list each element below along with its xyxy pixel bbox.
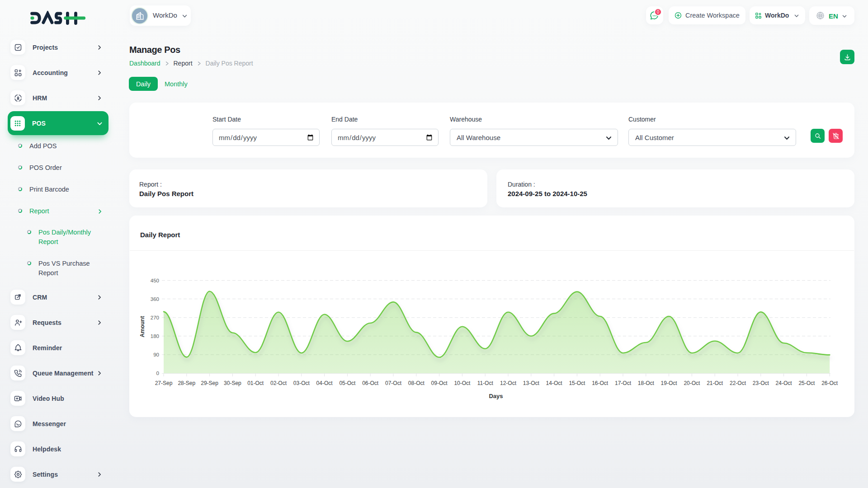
svg-text:180: 180 <box>151 333 159 339</box>
svg-text:25-Oct: 25-Oct <box>798 380 815 386</box>
svg-text:28-Sep: 28-Sep <box>178 380 195 386</box>
svg-text:450: 450 <box>151 278 159 283</box>
svg-text:22-Oct: 22-Oct <box>730 380 746 386</box>
svg-text:09-Oct: 09-Oct <box>431 380 448 386</box>
svg-text:0: 0 <box>156 371 159 376</box>
svg-text:03-Oct: 03-Oct <box>293 380 310 386</box>
svg-text:15-Oct: 15-Oct <box>569 380 585 386</box>
svg-text:20-Oct: 20-Oct <box>684 380 700 386</box>
svg-text:08-Oct: 08-Oct <box>408 380 425 386</box>
svg-text:14-Oct: 14-Oct <box>546 380 563 386</box>
svg-text:13-Oct: 13-Oct <box>523 380 540 386</box>
svg-text:06-Oct: 06-Oct <box>362 380 379 386</box>
svg-text:19-Oct: 19-Oct <box>661 380 678 386</box>
svg-text:27-Sep: 27-Sep <box>155 380 173 386</box>
svg-text:360: 360 <box>151 296 159 302</box>
svg-text:29-Sep: 29-Sep <box>201 380 218 386</box>
svg-text:01-Oct: 01-Oct <box>247 380 264 386</box>
svg-text:17-Oct: 17-Oct <box>615 380 632 386</box>
svg-text:270: 270 <box>151 315 159 320</box>
svg-text:16-Oct: 16-Oct <box>592 380 609 386</box>
svg-text:21-Oct: 21-Oct <box>707 380 723 386</box>
svg-text:18-Oct: 18-Oct <box>638 380 655 386</box>
svg-text:26-Oct: 26-Oct <box>821 380 838 386</box>
svg-text:12-Oct: 12-Oct <box>500 380 517 386</box>
svg-text:04-Oct: 04-Oct <box>316 380 333 386</box>
svg-text:05-Oct: 05-Oct <box>339 380 356 386</box>
svg-text:11-Oct: 11-Oct <box>477 380 494 386</box>
svg-text:23-Oct: 23-Oct <box>753 380 769 386</box>
svg-text:07-Oct: 07-Oct <box>385 380 402 386</box>
svg-text:10-Oct: 10-Oct <box>454 380 471 386</box>
svg-text:24-Oct: 24-Oct <box>776 380 793 386</box>
svg-text:02-Oct: 02-Oct <box>270 380 287 386</box>
svg-text:Amount: Amount <box>139 316 146 338</box>
svg-text:Days: Days <box>489 393 503 399</box>
svg-text:90: 90 <box>153 352 159 357</box>
svg-text:30-Sep: 30-Sep <box>224 380 241 386</box>
